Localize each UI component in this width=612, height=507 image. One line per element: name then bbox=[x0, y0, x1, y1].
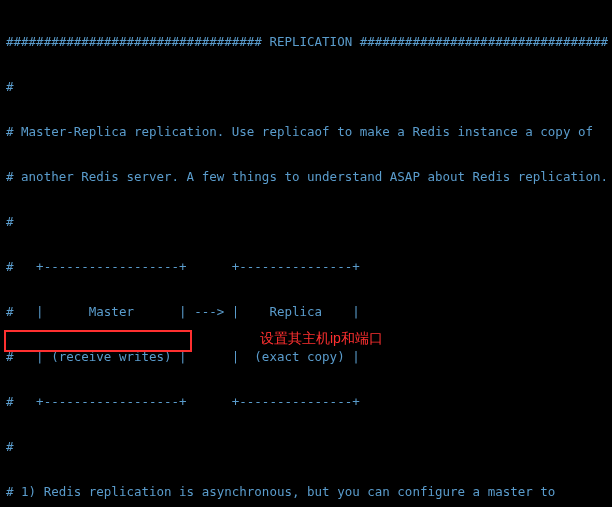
cfg-line: # Master-Replica replication. Use replic… bbox=[6, 124, 606, 139]
terminal-screen: ################################## REPLI… bbox=[0, 0, 612, 507]
cfg-line: # 1) Redis replication is asynchronous, … bbox=[6, 484, 606, 499]
cfg-line: # | (receive writes) | | (exact copy) | bbox=[6, 349, 606, 364]
cfg-line: # bbox=[6, 439, 606, 454]
cfg-line: # +------------------+ +---------------+ bbox=[6, 394, 606, 409]
cfg-line: # bbox=[6, 214, 606, 229]
cfg-line: # another Redis server. A few things to … bbox=[6, 169, 606, 184]
cfg-line: ################################## REPLI… bbox=[6, 34, 606, 49]
cfg-line: # bbox=[6, 79, 606, 94]
cfg-line: # | Master | ---> | Replica | bbox=[6, 304, 606, 319]
annotation-text: 设置其主机ip和端口 bbox=[260, 331, 383, 346]
cfg-line: # +------------------+ +---------------+ bbox=[6, 259, 606, 274]
